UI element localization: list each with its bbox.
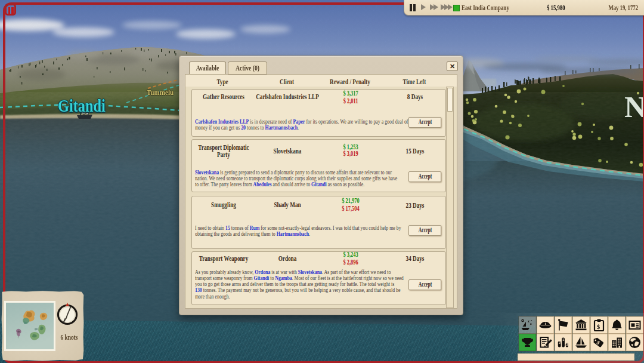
svg-text:$: $ bbox=[597, 323, 600, 330]
svg-text:3: 3 bbox=[566, 343, 568, 346]
svg-text:z: z bbox=[531, 319, 532, 322]
svg-text:z: z bbox=[530, 322, 532, 325]
svg-text:z: z bbox=[528, 319, 530, 324]
svg-text:1: 1 bbox=[562, 338, 564, 342]
svg-text:2: 2 bbox=[559, 341, 561, 344]
